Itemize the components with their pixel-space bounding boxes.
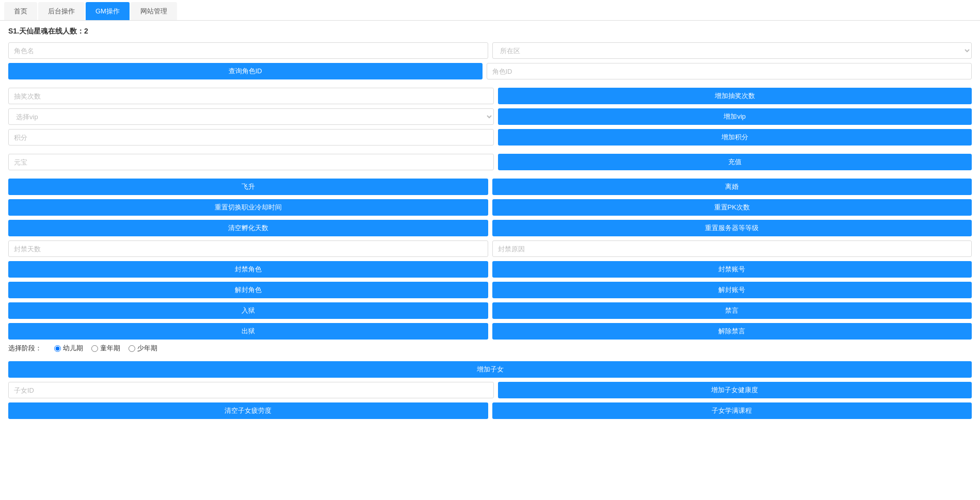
reset-pk-button[interactable]: 重置PK次数 xyxy=(492,199,972,216)
add-child-health-button[interactable]: 增加子女健康度 xyxy=(498,382,972,398)
row-vip: 选择vip 增加vip xyxy=(8,108,972,125)
row-points: 增加积分 xyxy=(8,129,972,146)
reset-job-cooldown-button[interactable]: 重置切换职业冷却时间 xyxy=(8,199,488,216)
fly-up-button[interactable]: 飞升 xyxy=(8,179,488,195)
ban-days-input[interactable] xyxy=(8,240,488,257)
child-id-input[interactable] xyxy=(8,382,494,398)
vip-select[interactable]: 选择vip xyxy=(8,108,494,125)
unban-character-button[interactable]: 解封角色 xyxy=(8,282,488,298)
mute-button[interactable]: 禁言 xyxy=(492,302,972,319)
stage-label: 选择阶段： xyxy=(8,344,42,353)
yuanbao-input[interactable] xyxy=(8,154,494,170)
points-input[interactable] xyxy=(8,129,494,146)
radio-infant[interactable]: 幼儿期 xyxy=(54,344,83,353)
add-vip-button[interactable]: 增加vip xyxy=(498,108,972,125)
zone-select[interactable]: 所在区 xyxy=(492,42,972,59)
ban-reason-input[interactable] xyxy=(492,240,972,257)
character-name-input[interactable] xyxy=(8,42,488,59)
tab-gm[interactable]: GM操作 xyxy=(86,2,130,20)
divorce-button[interactable]: 离婚 xyxy=(492,179,972,195)
jail-button[interactable]: 入狱 xyxy=(8,302,488,319)
row-reset-job-pk: 重置切换职业冷却时间 重置PK次数 xyxy=(8,199,972,216)
tab-backend[interactable]: 后台操作 xyxy=(38,2,85,20)
unjail-button[interactable]: 出狱 xyxy=(8,323,488,340)
character-id-input[interactable] xyxy=(487,63,972,79)
row-add-child: 增加子女 xyxy=(8,361,972,378)
unban-account-button[interactable]: 解封账号 xyxy=(492,282,972,298)
lottery-count-input[interactable] xyxy=(8,88,494,104)
row-query-character: 查询角色ID xyxy=(8,63,972,79)
row-character-zone: 所在区 xyxy=(8,42,972,59)
row-yuanbao: 充值 xyxy=(8,154,972,170)
row-child-id-health: 增加子女健康度 xyxy=(8,382,972,398)
add-lottery-button[interactable]: 增加抽奖次数 xyxy=(498,88,972,104)
query-character-id-button[interactable]: 查询角色ID xyxy=(8,63,483,79)
ban-account-button[interactable]: 封禁账号 xyxy=(492,261,972,278)
recharge-button[interactable]: 充值 xyxy=(498,154,972,170)
row-flyup-divorce: 飞升 离婚 xyxy=(8,179,972,195)
clear-child-fatigue-button[interactable]: 清空子女疲劳度 xyxy=(8,402,488,419)
unmute-button[interactable]: 解除禁言 xyxy=(492,323,972,340)
row-child-fatigue-lesson: 清空子女疲劳度 子女学满课程 xyxy=(8,402,972,419)
add-points-button[interactable]: 增加积分 xyxy=(498,129,972,146)
ban-character-button[interactable]: 封禁角色 xyxy=(8,261,488,278)
page-title: S1.天仙星魂在线人数：2 xyxy=(8,27,972,36)
child-lesson-button[interactable]: 子女学满课程 xyxy=(492,402,972,419)
radio-childhood[interactable]: 童年期 xyxy=(91,344,120,353)
tab-bar: 首页 后台操作 GM操作 网站管理 xyxy=(0,0,980,21)
clear-hatch-days-button[interactable]: 清空孵化天数 xyxy=(8,220,488,236)
row-unjail-unmute: 出狱 解除禁言 xyxy=(8,323,972,340)
tab-site[interactable]: 网站管理 xyxy=(131,2,177,20)
main-content: S1.天仙星魂在线人数：2 所在区 查询角色ID 增加抽奖次数 选择vip 增加… xyxy=(0,21,980,500)
row-jail-mute: 入狱 禁言 xyxy=(8,302,972,319)
reset-server-rank-button[interactable]: 重置服务器等等级 xyxy=(492,220,972,236)
radio-youth[interactable]: 少年期 xyxy=(128,344,157,353)
row-clear-hatch-reset-server: 清空孵化天数 重置服务器等等级 xyxy=(8,220,972,236)
row-ban-inputs xyxy=(8,240,972,257)
row-lottery: 增加抽奖次数 xyxy=(8,88,972,104)
stage-radio-group: 选择阶段： 幼儿期 童年期 少年期 xyxy=(8,344,972,353)
tab-home[interactable]: 首页 xyxy=(4,2,37,20)
add-child-button[interactable]: 增加子女 xyxy=(8,361,972,378)
row-unban: 解封角色 解封账号 xyxy=(8,282,972,298)
row-ban: 封禁角色 封禁账号 xyxy=(8,261,972,278)
